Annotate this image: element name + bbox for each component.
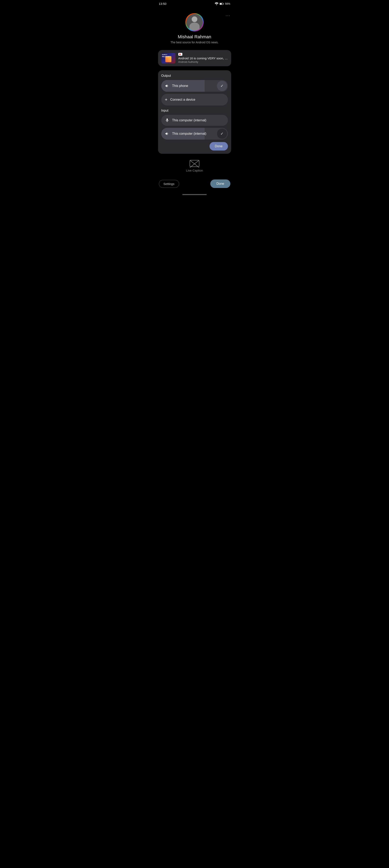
live-caption-section: Live Caption <box>155 154 234 176</box>
media-channel: Android Authority <box>178 60 228 63</box>
live-caption-icon <box>189 160 200 168</box>
mic-icon <box>165 118 169 123</box>
youtube-play-icon <box>180 54 181 55</box>
home-indicator <box>155 192 234 196</box>
svg-rect-1 <box>223 3 224 4</box>
bottom-bar: Settings Done <box>155 176 234 192</box>
plus-icon: + <box>165 97 168 102</box>
volume-icon <box>165 84 169 88</box>
media-info: Android 16 is coming VERY soon, MU... An… <box>178 53 228 63</box>
mic-input-item[interactable]: This computer (internal) <box>161 115 228 126</box>
mic-input-label: This computer (internal) <box>172 119 206 122</box>
battery-icon <box>220 3 224 5</box>
home-bar <box>182 194 207 195</box>
done-row: Done <box>161 142 228 151</box>
avatar-inner <box>186 14 203 31</box>
output-label: Output <box>161 74 228 78</box>
connect-device-label: Connect a device <box>170 98 195 101</box>
settings-button[interactable]: Settings <box>159 180 179 188</box>
live-caption-label: Live Caption <box>186 169 203 172</box>
wifi-icon <box>215 2 218 5</box>
connect-device-item[interactable]: + Connect a device <box>161 94 228 105</box>
media-card[interactable]: EARLYRELEASE Android 16 is coming VERY s… <box>158 50 231 66</box>
volume-icon-input <box>165 131 169 136</box>
media-source <box>178 53 228 56</box>
input-label: Input <box>161 109 228 113</box>
youtube-icon <box>178 53 182 56</box>
svg-rect-2 <box>220 3 222 4</box>
battery-percentage: 56% <box>225 2 230 5</box>
speaker-input-check[interactable]: ✓ <box>217 129 227 139</box>
speaker-input-item[interactable]: This computer (internal) ✓ <box>161 128 228 140</box>
status-time: 13:50 <box>159 2 167 5</box>
mic-input-content: This computer (internal) <box>161 115 228 126</box>
main-content: ··· Mishaal Rahman The best source for A… <box>155 7 234 196</box>
status-icons: 56% <box>215 2 230 5</box>
this-phone-check[interactable]: ✓ <box>217 81 227 91</box>
this-phone-label: This phone <box>172 84 188 88</box>
checkmark-icon: ✓ <box>220 84 223 88</box>
speaker-input-label: This computer (internal) <box>172 132 206 135</box>
more-menu-button[interactable]: ··· <box>226 13 230 18</box>
profile-section: ··· Mishaal Rahman The best source for A… <box>155 9 234 50</box>
profile-name: Mishaal Rahman <box>178 34 211 39</box>
avatar <box>185 13 204 31</box>
done-bottom-button[interactable]: Done <box>210 180 230 188</box>
this-phone-item[interactable]: This phone ✓ <box>161 80 228 92</box>
thumbnail-label: EARLYRELEASE <box>162 54 170 58</box>
audio-panel: Output This phone ✓ + Connect a device I… <box>158 70 231 154</box>
media-thumbnail: EARLYRELEASE <box>161 53 176 63</box>
status-bar: 13:50 56% <box>155 0 234 7</box>
profile-subtitle: The best source for Android OS news. <box>171 41 219 44</box>
media-title: Android 16 is coming VERY soon, MU... <box>178 57 228 60</box>
checkmark-icon-2: ✓ <box>220 131 223 136</box>
speaker-input-content: This computer (internal) <box>161 128 217 139</box>
done-button[interactable]: Done <box>209 142 228 151</box>
this-phone-content: This phone <box>161 81 217 91</box>
